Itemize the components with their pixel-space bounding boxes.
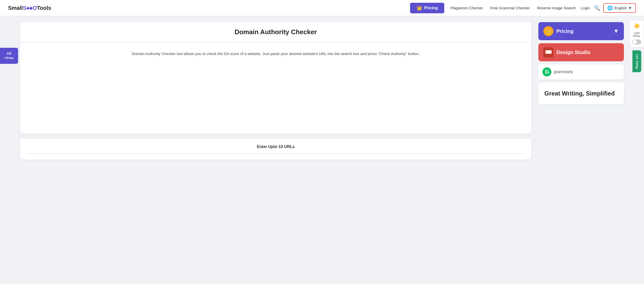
grammarly-card-title: Great Writing, Simplified xyxy=(544,89,618,97)
login-link[interactable]: Login xyxy=(581,6,590,10)
globe-icon: 🌐 xyxy=(607,5,613,11)
rate-us-button[interactable]: Rate us! xyxy=(632,50,641,72)
pricing-widget-label: Pricing xyxy=(556,28,574,34)
pricing-btn-label: Pricing xyxy=(424,6,438,10)
nav-reverse-image-search[interactable]: Reverse Image Search xyxy=(537,6,576,10)
main-content: Domain Authority Checker Domain Authorit… xyxy=(20,22,531,160)
crown-icon: 👑 xyxy=(417,5,422,11)
language-label: English xyxy=(614,6,627,10)
tool-title: Domain Authority Checker xyxy=(28,28,523,36)
search-button[interactable]: 🔍 xyxy=(594,5,600,11)
grammarly-card: Great Writing, Simplified xyxy=(538,82,624,104)
ad-label: AD xyxy=(7,52,12,55)
grammarly-logo: G xyxy=(542,67,551,76)
design-studio-widget[interactable]: ⌨ Design Studio xyxy=(538,43,624,61)
pricing-widget[interactable]: 👑 Pricing ▼ xyxy=(538,22,624,40)
light-mode-toggle[interactable] xyxy=(632,39,641,44)
logo-tools: Tools xyxy=(37,5,51,11)
grammarly-widget[interactable]: G grammarly xyxy=(538,64,624,79)
design-studio-label: Design Studio xyxy=(556,50,590,55)
tool-description: Domain Authority Checker tool allows you… xyxy=(20,42,531,63)
light-mode-label: Light Mode xyxy=(632,31,641,37)
pricing-chevron-icon: ▼ xyxy=(613,28,619,34)
search-icon: 🔍 xyxy=(594,5,600,11)
url-input-section: Enter Upto 10 URLs xyxy=(20,138,531,160)
toggle-knob xyxy=(633,40,637,44)
grammarly-label: grammarly xyxy=(554,70,573,74)
logo-small: Small xyxy=(8,5,23,11)
pricing-crown-icon: 👑 xyxy=(543,26,553,36)
right-fixed-sidebar: ☀️ Light Mode Rate us! xyxy=(629,20,644,72)
ad-sub-label: l-Free xyxy=(5,56,13,60)
pricing-button[interactable]: 👑 Pricing xyxy=(410,3,444,13)
left-sidebar-ad: AD l-Free xyxy=(0,48,18,64)
light-mode-panel: ☀️ Light Mode xyxy=(629,20,644,47)
logo[interactable]: SmallSOTools xyxy=(8,5,51,11)
header: SmallSOTools 👑 Pricing Plagiarism Checke… xyxy=(0,0,644,16)
nav-links: Plagiarism Checker Free Grammar Checker … xyxy=(450,6,576,10)
logo-seo: SO xyxy=(23,5,37,11)
design-studio-icon: ⌨ xyxy=(543,47,553,57)
right-panel: 👑 Pricing ▼ ⌨ Design Studio G grammarly … xyxy=(538,22,624,160)
ad-panel: AD l-Free xyxy=(0,48,18,64)
chevron-down-icon: ▼ xyxy=(628,6,632,10)
tool-card: Domain Authority Checker Domain Authorit… xyxy=(20,22,531,133)
pricing-widget-left: 👑 Pricing xyxy=(543,26,574,36)
page-wrapper: Domain Authority Checker Domain Authorit… xyxy=(0,16,644,166)
nav-plagiarism-checker[interactable]: Plagiarism Checker xyxy=(450,6,483,10)
url-input-header: Enter Upto 10 URLs xyxy=(28,145,523,154)
language-selector[interactable]: 🌐 English ▼ xyxy=(603,3,636,13)
tool-card-header: Domain Authority Checker xyxy=(20,22,531,42)
nav-grammar-checker[interactable]: Free Grammar Checker xyxy=(490,6,530,10)
tool-body xyxy=(20,63,531,133)
sun-icon: ☀️ xyxy=(633,23,640,29)
